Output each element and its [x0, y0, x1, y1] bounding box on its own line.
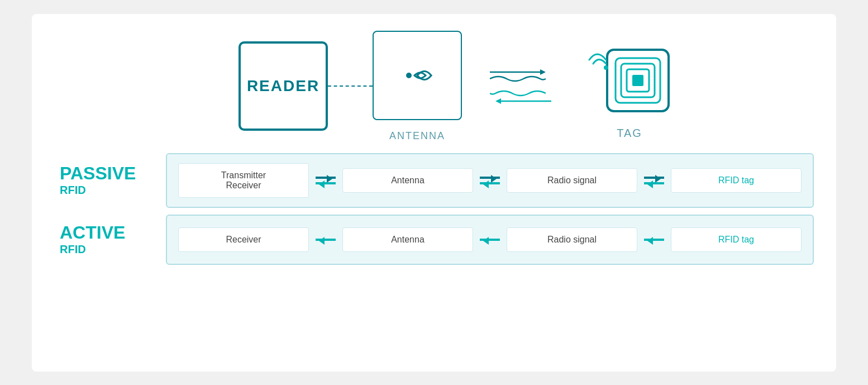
active-rfid-label: ACTIVE RFID: [54, 223, 166, 255]
tag-label: TAG: [617, 127, 642, 140]
passive-left-arrow-1: [316, 182, 336, 184]
active-left-arrow-3: [644, 239, 664, 241]
passive-sub-text: RFID: [60, 184, 166, 197]
svg-marker-4: [495, 98, 501, 104]
active-sub-text: RFID: [60, 243, 166, 256]
active-arrow-3: [637, 239, 671, 241]
passive-right-arrow-1: [316, 177, 336, 179]
passive-cell-3: Radio signal: [507, 168, 637, 193]
backward-signal-row: [490, 89, 557, 106]
forward-wave-icon: [490, 66, 557, 83]
tag-icon: [585, 33, 674, 122]
reader-label: READER: [247, 77, 319, 95]
reader-box: READER: [239, 41, 328, 131]
active-arrow-1: [309, 239, 342, 241]
passive-cell-1: TransmitterReceiver: [178, 163, 309, 198]
active-rfid-row: ACTIVE RFID Receiver Antenna Radio signa…: [54, 215, 814, 265]
passive-arrow-2: [473, 177, 507, 184]
passive-right-arrow-3: [644, 177, 664, 179]
active-arrow-2: [473, 239, 507, 241]
passive-right-arrow-2: [480, 177, 500, 179]
passive-left-arrow-2: [480, 182, 500, 184]
passive-arrow-1: [309, 177, 342, 184]
reader-to-antenna-line: [328, 85, 373, 87]
antenna-label: ANTENNA: [389, 130, 445, 142]
passive-main-text: PASSIVE: [60, 164, 166, 183]
active-cell-3: Radio signal: [507, 227, 637, 252]
forward-signal-row: [490, 66, 557, 83]
svg-point-0: [406, 73, 412, 78]
active-cell-2: Antenna: [342, 227, 473, 252]
signal-section: [462, 66, 585, 106]
passive-cell-2: Antenna: [342, 168, 473, 193]
active-main-text: ACTIVE: [60, 223, 166, 243]
passive-left-arrow-3: [644, 182, 664, 184]
active-cell-4: RFID tag: [671, 227, 802, 252]
antenna-box: [373, 31, 462, 120]
passive-rfid-row: PASSIVE RFID TransmitterReceiver Antenna: [54, 153, 814, 208]
active-rfid-content: Receiver Antenna Radio signal RFID: [166, 215, 814, 265]
tag-wrapper: TAG: [585, 33, 674, 140]
tag-icon-area: [585, 33, 674, 122]
passive-cell-4: RFID tag: [671, 168, 802, 193]
passive-rfid-content: TransmitterReceiver Antenna Radio signal: [166, 153, 814, 208]
active-left-arrow-1: [316, 239, 336, 241]
main-container: READER ANTENNA: [32, 14, 836, 372]
svg-point-10: [604, 65, 608, 70]
passive-arrow-3: [637, 177, 671, 184]
active-cell-1: Receiver: [178, 227, 309, 252]
svg-marker-2: [540, 69, 546, 75]
antenna-icon: [398, 59, 437, 92]
svg-rect-9: [632, 75, 643, 86]
bottom-section: PASSIVE RFID TransmitterReceiver Antenna: [54, 153, 814, 265]
active-left-arrow-2: [480, 239, 500, 241]
backward-wave-icon: [490, 89, 557, 106]
top-section: READER ANTENNA: [54, 31, 814, 148]
passive-rfid-label: PASSIVE RFID: [54, 164, 166, 196]
